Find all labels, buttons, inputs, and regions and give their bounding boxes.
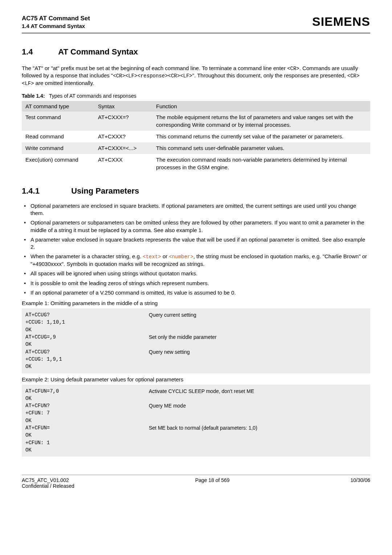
bullet-list: Optional parameters are enclosed in squa… bbox=[22, 202, 370, 296]
code-desc: Set only the middle parameter bbox=[149, 333, 217, 341]
example-1-block: AT+CCUG?Query current setting +CCUG: 1,1… bbox=[22, 308, 370, 373]
code-desc: Activate CYCLIC SLEEP mode, don't reset … bbox=[149, 388, 254, 395]
table-header: Function bbox=[152, 101, 370, 112]
list-item-text: When the parameter is a character string… bbox=[30, 253, 143, 259]
table-cell: This command sets user-definable paramet… bbox=[152, 142, 370, 154]
table-cell: Test command bbox=[22, 112, 94, 131]
code-cmd: AT+CCUG? bbox=[25, 348, 149, 356]
footer-confidential: Confidential / Released bbox=[22, 483, 74, 489]
code-cmd: OK bbox=[25, 432, 149, 439]
code-cmd: AT+CFUN= bbox=[25, 424, 149, 432]
code-row: AT+CCUG?Query new setting bbox=[25, 348, 367, 356]
example-2-label: Example 2: Using default parameter value… bbox=[22, 376, 370, 382]
footer-version: AC75_ATC_V01.002 bbox=[22, 477, 74, 483]
code-row: AT+CFUN?Query ME mode bbox=[25, 402, 367, 409]
code-desc: Set ME back to normal (default parameter… bbox=[149, 424, 257, 432]
inline-code-response: <CR><LF><response><CR><LF> bbox=[113, 73, 192, 79]
example-1-label: Example 1: Omitting parameters in the mi… bbox=[22, 300, 370, 306]
code-row: OK bbox=[25, 363, 367, 370]
code-row: OK bbox=[25, 341, 367, 348]
code-row: +CFUN: 7 bbox=[25, 409, 367, 417]
code-row: AT+CCUG=,9Set only the middle parameter bbox=[25, 333, 367, 341]
table-cell: The mobile equipment returns the list of… bbox=[152, 112, 370, 131]
code-desc: Query new setting bbox=[149, 348, 190, 356]
code-cmd: +CCUG: 1,9,1 bbox=[25, 356, 149, 363]
code-cmd: OK bbox=[25, 417, 149, 424]
page-footer: AC75_ATC_V01.002 Confidential / Released… bbox=[22, 475, 370, 489]
para-text: The "AT" or "at" prefix must be set at t… bbox=[22, 65, 287, 71]
code-row: OK bbox=[25, 446, 367, 454]
code-cmd: AT+CCUG=,9 bbox=[25, 333, 149, 341]
table-cell: Write command bbox=[22, 142, 94, 154]
section-heading-1-4-1: 1.4.1 Using Parameters bbox=[22, 186, 370, 196]
code-cmd: AT+CFUN=7,0 bbox=[25, 388, 149, 395]
list-item: Optional parameters or subparameters can… bbox=[22, 219, 370, 234]
table-cell: AT+CXXX=? bbox=[94, 112, 152, 131]
table-cell: Read command bbox=[22, 131, 94, 142]
code-cmd: OK bbox=[25, 326, 149, 333]
code-row: +CFUN: 1 bbox=[25, 439, 367, 446]
code-cmd: +CCUG: 1,10,1 bbox=[25, 319, 149, 326]
code-cmd: OK bbox=[25, 395, 149, 402]
code-row: OK bbox=[25, 395, 367, 402]
list-item: If an optional parameter of a V.250 comm… bbox=[22, 289, 370, 296]
subsection-title: Using Parameters bbox=[71, 186, 139, 195]
section-title: AT Command Syntax bbox=[58, 47, 138, 56]
list-item-text: or bbox=[161, 253, 169, 259]
footer-left: AC75_ATC_V01.002 Confidential / Released bbox=[22, 477, 74, 489]
param-number: <number> bbox=[169, 254, 193, 260]
header-left: AC75 AT Command Set 1.4 AT Command Synta… bbox=[22, 15, 90, 30]
table-row: Read command AT+CXXX? This command retur… bbox=[22, 131, 370, 142]
table-cell: AT+CXXX=<...> bbox=[94, 142, 152, 154]
code-cmd: OK bbox=[25, 363, 149, 370]
section-heading-1-4: 1.4 AT Command Syntax bbox=[22, 47, 370, 57]
brand-logo: SIEMENS bbox=[312, 15, 370, 29]
code-row: OK bbox=[25, 326, 367, 333]
table-row: Test command AT+CXXX=? The mobile equipm… bbox=[22, 112, 370, 131]
page-header: AC75 AT Command Set 1.4 AT Command Synta… bbox=[22, 15, 370, 30]
doc-title: AC75 AT Command Set bbox=[22, 15, 90, 23]
code-cmd: AT+CFUN? bbox=[25, 402, 149, 409]
inline-code-cr: <CR> bbox=[287, 66, 299, 72]
table-caption-text: Types of AT commands and responses bbox=[49, 93, 136, 99]
code-desc: Query current setting bbox=[149, 311, 196, 319]
footer-date: 10/30/06 bbox=[351, 477, 371, 489]
para-text: ". Throughout this document, only the re… bbox=[192, 72, 347, 78]
code-row: OK bbox=[25, 417, 367, 424]
table-row: Exec(ution) command AT+CXXX The executio… bbox=[22, 154, 370, 173]
table-cell: This command returns the currently set v… bbox=[152, 131, 370, 142]
list-item: It is possible to omit the leading zeros… bbox=[22, 280, 370, 287]
code-cmd: AT+CCUG? bbox=[25, 311, 149, 319]
table-header: AT command type bbox=[22, 101, 94, 112]
para-text: are omitted intentionally. bbox=[34, 80, 94, 86]
at-command-types-table: AT command type Syntax Function Test com… bbox=[22, 101, 370, 173]
code-row: AT+CFUN=Set ME back to normal (default p… bbox=[25, 424, 367, 432]
table-row: Write command AT+CXXX=<...> This command… bbox=[22, 142, 370, 154]
table-cell: AT+CXXX? bbox=[94, 131, 152, 142]
section-1-4-paragraph: The "AT" or "at" prefix must be set at t… bbox=[22, 65, 370, 88]
table-header-row: AT command type Syntax Function bbox=[22, 101, 370, 112]
param-text: <text> bbox=[143, 254, 161, 260]
list-item: A parameter value enclosed in square bra… bbox=[22, 236, 370, 251]
example-2-block: AT+CFUN=7,0Activate CYCLIC SLEEP mode, d… bbox=[22, 385, 370, 457]
code-row: AT+CFUN=7,0Activate CYCLIC SLEEP mode, d… bbox=[25, 388, 367, 395]
subsection-number: 1.4.1 bbox=[22, 186, 69, 196]
code-row: AT+CCUG?Query current setting bbox=[25, 311, 367, 319]
footer-page-number: Page 18 of 569 bbox=[195, 477, 230, 489]
code-cmd: +CFUN: 7 bbox=[25, 409, 149, 417]
list-item: When the parameter is a character string… bbox=[22, 253, 370, 268]
table-caption: Table 1.4: Types of AT commands and resp… bbox=[22, 93, 370, 99]
code-row: OK bbox=[25, 432, 367, 439]
table-cell: AT+CXXX bbox=[94, 154, 152, 173]
list-item: Optional parameters are enclosed in squa… bbox=[22, 202, 370, 217]
table-caption-label: Table 1.4: bbox=[22, 93, 45, 99]
list-item: All spaces will be ignored when using st… bbox=[22, 270, 370, 277]
code-row: +CCUG: 1,10,1 bbox=[25, 319, 367, 326]
table-cell: The execution command reads non-variable… bbox=[152, 154, 370, 173]
section-number: 1.4 bbox=[22, 47, 56, 57]
doc-subtitle: 1.4 AT Command Syntax bbox=[22, 23, 90, 30]
code-cmd: OK bbox=[25, 446, 149, 454]
code-cmd: +CFUN: 1 bbox=[25, 439, 149, 446]
header-divider bbox=[22, 33, 370, 33]
table-header: Syntax bbox=[94, 101, 152, 112]
